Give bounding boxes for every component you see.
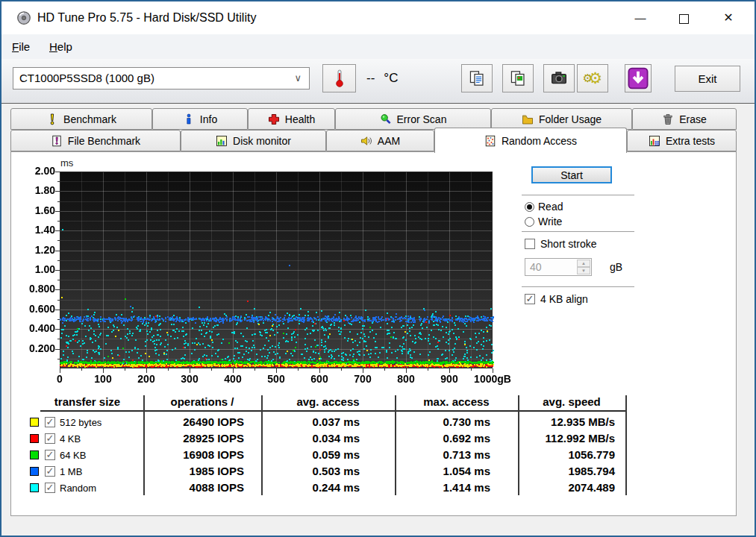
exit-label: Exit bbox=[698, 72, 716, 85]
align-checkbox[interactable]: ✓ bbox=[525, 294, 535, 304]
avg-speed-value: 112.992 MB/s bbox=[524, 432, 615, 445]
avg-access-value: 0.034 ms bbox=[266, 432, 360, 445]
series-checkbox[interactable]: ✓ bbox=[45, 433, 55, 444]
max-access-value: 0.692 ms bbox=[401, 432, 490, 445]
separator bbox=[522, 286, 634, 288]
tab-file-benchmark[interactable]: File Benchmark bbox=[10, 130, 181, 151]
title-bar[interactable]: HD Tune Pro 5.75 - Hard Disk/SSD Utility… bbox=[1, 1, 755, 34]
short-stroke-label: Short stroke bbox=[540, 238, 596, 250]
series-color-swatch bbox=[30, 418, 39, 427]
disk-monitor-icon bbox=[216, 135, 228, 147]
copy-image-icon bbox=[510, 69, 526, 87]
max-access-value: 1.414 ms bbox=[401, 481, 490, 494]
copy-text-button[interactable] bbox=[461, 64, 493, 92]
y-axis-tick-label: 1.80 bbox=[12, 184, 55, 196]
series-checkbox[interactable]: ✓ bbox=[45, 483, 55, 493]
avg-access-value: 0.059 ms bbox=[266, 448, 360, 461]
window-title: HD Tune Pro 5.75 - Hard Disk/SSD Utility bbox=[37, 1, 256, 34]
iops-value: 4088 IOPS bbox=[147, 481, 244, 494]
folder-usage-icon bbox=[522, 113, 534, 125]
y-axis-tick-label: 2.00 bbox=[12, 165, 55, 177]
gears-icon: ⚙ bbox=[583, 72, 588, 85]
access-time-scatter-chart bbox=[54, 170, 502, 377]
table-row-random: ✓ Random 4088 IOPS 0.244 ms 1.414 ms 207… bbox=[1, 480, 728, 497]
screenshot-button[interactable] bbox=[543, 64, 575, 92]
start-button-label: Start bbox=[560, 169, 583, 181]
tab-benchmark-label: Benchmark bbox=[63, 113, 116, 125]
x-axis-tick-label: 1000gB bbox=[466, 373, 519, 385]
iops-value: 26490 IOPS bbox=[147, 415, 244, 428]
copy-image-button[interactable] bbox=[502, 64, 534, 92]
series-checkbox[interactable]: ✓ bbox=[45, 450, 55, 460]
header-max-access: max. access bbox=[395, 395, 518, 408]
temperature-button[interactable] bbox=[322, 64, 356, 92]
tab-info[interactable]: Info bbox=[152, 108, 248, 130]
series-checkbox[interactable]: ✓ bbox=[45, 466, 55, 477]
y-axis-tick-label: 1.60 bbox=[12, 204, 55, 216]
tab-benchmark[interactable]: Benchmark bbox=[10, 108, 152, 130]
tab-disk-monitor[interactable]: Disk monitor bbox=[181, 130, 326, 151]
spin-up-button[interactable]: ▲ bbox=[577, 260, 590, 267]
error-scan-icon bbox=[380, 113, 392, 125]
header-transfer-size: transfer size bbox=[31, 395, 143, 408]
series-label: Random bbox=[60, 483, 96, 494]
tab-info-label: Info bbox=[200, 113, 217, 125]
start-button[interactable]: Start bbox=[531, 166, 612, 183]
tab-random-access[interactable]: Random Access bbox=[434, 128, 627, 153]
erase-icon bbox=[662, 113, 674, 125]
write-radio[interactable] bbox=[525, 217, 534, 227]
hd-tune-window: HD Tune Pro 5.75 - Hard Disk/SSD Utility… bbox=[0, 0, 756, 537]
minimize-button[interactable]: — bbox=[623, 1, 657, 34]
tab-health-label: Health bbox=[285, 113, 315, 125]
y-axis-tick-label: 1.40 bbox=[12, 224, 55, 236]
avg-speed-value: 2074.489 bbox=[524, 481, 615, 494]
options-button[interactable]: ⚙⚙ bbox=[577, 64, 608, 92]
short-stroke-checkbox[interactable] bbox=[525, 239, 535, 249]
tab-erase[interactable]: Erase bbox=[632, 108, 737, 130]
series-label: 1 MB bbox=[60, 466, 82, 477]
avg-access-value: 0.244 ms bbox=[266, 481, 360, 494]
capacity-spinner[interactable]: 40 ▲ ▼ bbox=[525, 258, 592, 276]
menu-file[interactable]: File bbox=[6, 34, 36, 59]
table-row-512-bytes: ✓ 512 bytes 26490 IOPS 0.037 ms 0.730 ms… bbox=[1, 415, 728, 431]
drive-select-value: CT1000P5SSD8 (1000 gB) bbox=[19, 72, 154, 84]
read-radio[interactable] bbox=[525, 202, 534, 212]
y-axis-tick-label: 0.600 bbox=[12, 303, 55, 315]
close-button[interactable]: ✕ bbox=[711, 1, 746, 34]
menu-bar: File Help bbox=[1, 34, 755, 59]
iops-value: 16908 IOPS bbox=[147, 448, 244, 461]
exit-button[interactable]: Exit bbox=[675, 66, 740, 92]
benchmark-icon bbox=[46, 113, 58, 125]
tab-health[interactable]: Health bbox=[248, 108, 335, 130]
extra-tests-icon bbox=[649, 135, 660, 147]
gears-icon-2: ⚙ bbox=[588, 69, 602, 87]
y-axis-tick-label: 0.200 bbox=[12, 342, 55, 354]
tab-aam-label: AAM bbox=[378, 135, 400, 147]
iops-value: 1985 IOPS bbox=[147, 465, 244, 477]
save-results-button[interactable] bbox=[625, 64, 652, 92]
drive-select-dropdown[interactable]: CT1000P5SSD8 (1000 gB) ∨ bbox=[13, 67, 310, 90]
avg-speed-value: 1985.794 bbox=[524, 465, 615, 477]
toolbar: CT1000P5SSD8 (1000 gB) ∨ -- °C bbox=[1, 59, 755, 104]
spin-down-button[interactable]: ▼ bbox=[577, 267, 590, 274]
y-axis-tick-label: 1.20 bbox=[12, 244, 55, 256]
tab-folder-usage[interactable]: Folder Usage bbox=[491, 108, 632, 130]
app-disk-icon bbox=[16, 10, 31, 25]
avg-speed-value: 12.935 MB/s bbox=[524, 415, 615, 428]
separator bbox=[522, 195, 634, 196]
read-radio-label: Read bbox=[538, 201, 563, 213]
tab-extra-tests[interactable]: Extra tests bbox=[627, 130, 737, 151]
tab-folder-usage-label: Folder Usage bbox=[539, 113, 602, 125]
maximize-button[interactable] bbox=[666, 1, 701, 34]
tab-file-benchmark-label: File Benchmark bbox=[68, 135, 140, 147]
menu-help[interactable]: Help bbox=[43, 34, 78, 59]
avg-access-value: 0.037 ms bbox=[266, 415, 360, 428]
tab-aam[interactable]: AAM bbox=[326, 130, 434, 151]
series-checkbox[interactable]: ✓ bbox=[45, 417, 55, 427]
tab-error-scan[interactable]: Error Scan bbox=[335, 108, 491, 130]
tab-random-access-label: Random Access bbox=[502, 135, 577, 147]
header-underline bbox=[40, 410, 625, 412]
temperature-readout: -- °C bbox=[366, 64, 398, 92]
max-access-value: 1.054 ms bbox=[401, 465, 490, 477]
max-access-value: 0.730 ms bbox=[401, 415, 490, 428]
